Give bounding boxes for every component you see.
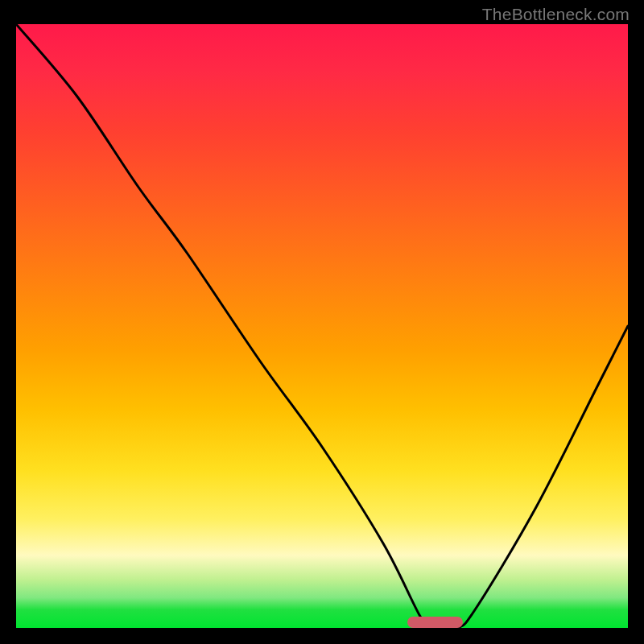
optimal-marker (407, 617, 462, 628)
watermark-text: TheBottleneck.com (482, 5, 630, 24)
bottleneck-curve (16, 24, 628, 628)
plot-area (16, 24, 628, 628)
chart-container: TheBottleneck.com (0, 0, 644, 644)
